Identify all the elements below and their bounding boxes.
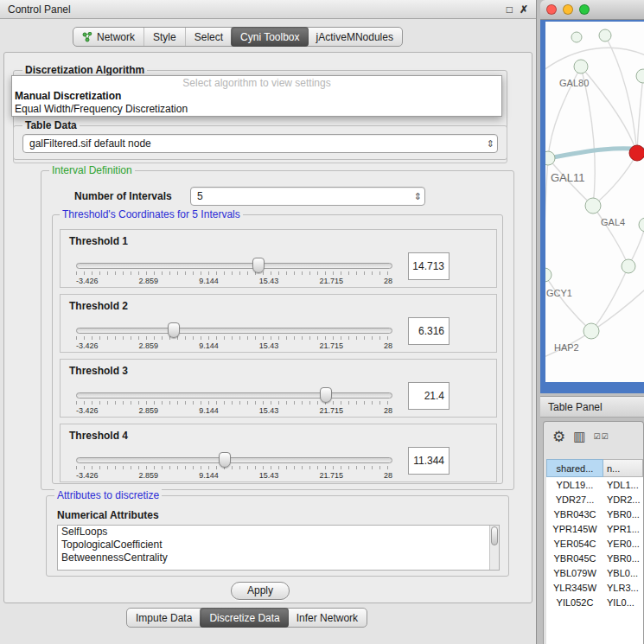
close-window-icon[interactable]: ✗	[520, 3, 528, 16]
attribute-item[interactable]: TopologicalCoefficient	[58, 539, 499, 552]
group-title: Threshold's Coordinates for 5 Intervals	[60, 208, 243, 220]
table-cell: YDL19...	[546, 480, 603, 490]
tab-select[interactable]: Select	[185, 28, 232, 46]
slider-track[interactable]	[76, 263, 392, 269]
table-row[interactable]: YDL19...YDL1...	[546, 477, 643, 492]
table-cell: YBL079W	[546, 568, 603, 578]
table-row[interactable]: YDR27...YDR2...	[546, 492, 643, 507]
scrollbar-thumb[interactable]	[491, 526, 498, 545]
threshold-slider[interactable]: -3.4262.8599.14415.4321.71528	[76, 328, 392, 350]
combo-arrows-icon: ⇕	[487, 135, 494, 152]
threshold-value-field[interactable]: 11.344	[408, 447, 450, 475]
table-cell: YPR145W	[546, 524, 603, 534]
network-node[interactable]	[622, 259, 635, 273]
float-window-icon[interactable]: □	[507, 3, 513, 16]
apply-button[interactable]: Apply	[231, 582, 290, 600]
attribute-item[interactable]: BetweennessCentrality	[58, 552, 499, 564]
tab-jactivemnodules[interactable]: jActiveMNodules	[308, 28, 402, 46]
table-row[interactable]: YLR345WYLR3...	[546, 580, 643, 595]
network-node-label: GAL11	[551, 171, 585, 184]
table-row[interactable]: YIL052CYIL0...	[546, 595, 643, 609]
attributes-scrollbar[interactable]	[489, 526, 499, 570]
table-cell: YIL052C	[546, 597, 603, 608]
attribute-item[interactable]: SelfLoops	[58, 526, 499, 539]
slider-thumb[interactable]	[219, 452, 231, 468]
algorithm-placeholder: Select algorithm to view settings	[12, 76, 501, 90]
column-header-shared-name[interactable]: shared...	[546, 459, 603, 477]
slider-scale-label: -3.426	[76, 341, 99, 350]
table-row[interactable]: YBR043CYBR0...	[546, 507, 643, 521]
column-header-name[interactable]: n...	[603, 459, 643, 477]
table-data-combobox[interactable]: galFiltered.sif default node ⇕	[22, 134, 498, 153]
threshold-slider[interactable]: -3.4262.8599.14415.4321.71528	[76, 263, 392, 285]
columns-icon[interactable]: ▥	[573, 429, 585, 444]
threshold-value-field[interactable]: 6.316	[408, 317, 450, 345]
network-node[interactable]	[599, 29, 611, 41]
table-row[interactable]: YBR045CYBR0...	[546, 551, 643, 565]
network-node[interactable]	[545, 268, 552, 282]
slider-thumb[interactable]	[252, 258, 265, 273]
slider-thumb[interactable]	[168, 322, 180, 338]
slider-track[interactable]	[76, 328, 392, 334]
slider-ticks	[76, 336, 392, 340]
slider-scale-label: 9.144	[199, 341, 219, 350]
slider-scale-label: -3.426	[76, 406, 99, 415]
network-node[interactable]	[639, 218, 644, 232]
tab-impute-data[interactable]: Impute Data	[127, 609, 201, 627]
group-title: Interval Definition	[49, 164, 135, 176]
slider-scale-label: 21.715	[319, 406, 343, 415]
network-node[interactable]	[629, 145, 644, 161]
threshold-slider[interactable]: -3.4262.8599.14415.4321.71528	[76, 457, 392, 480]
slider-track[interactable]	[76, 457, 392, 463]
threshold-value-field[interactable]: 14.713	[408, 252, 450, 280]
network-edge	[637, 76, 643, 153]
gear-icon[interactable]: ⚙	[552, 428, 565, 446]
group-title: Table Data	[22, 119, 80, 131]
network-node[interactable]	[636, 69, 644, 83]
tab-cyni-toolbox[interactable]: Cyni Toolbox	[231, 27, 308, 47]
threshold-label: Threshold 2	[69, 300, 128, 312]
network-node-label: GAL80	[559, 78, 589, 88]
slider-scale-label: 28	[384, 277, 392, 285]
network-canvas[interactable]: GAL80GAL11GAL4GCY1HAP2	[545, 22, 644, 382]
network-node[interactable]	[585, 198, 601, 214]
slider-track[interactable]	[76, 392, 392, 399]
network-edge	[545, 158, 548, 275]
number-of-intervals-combobox[interactable]: 5 ⇕	[190, 187, 425, 206]
tab-label: Infer Network	[296, 612, 358, 624]
tab-style[interactable]: Style	[143, 28, 185, 46]
table-row[interactable]: YBL079WYBL0...	[546, 565, 643, 580]
slider-thumb[interactable]	[320, 387, 332, 403]
network-node[interactable]	[545, 151, 555, 165]
network-icon	[82, 32, 92, 42]
network-window-frame: GAL80GAL11GAL4GCY1HAP2	[540, 20, 644, 393]
select-all-checkboxes-icon[interactable]: ☑☑	[593, 432, 609, 441]
threshold-value-field[interactable]: 21.4	[408, 382, 450, 410]
algorithm-dropdown-popup: Select algorithm to view settings Manual…	[11, 75, 502, 117]
tab-network[interactable]: Network	[73, 28, 143, 46]
threshold-slider[interactable]: -3.4262.8599.14415.4321.71528	[76, 392, 392, 415]
tab-label: Style	[153, 31, 176, 43]
tab-label: Network	[97, 31, 135, 43]
network-node[interactable]	[583, 323, 599, 339]
window-buttons: □ ✗	[507, 3, 528, 16]
table-row[interactable]: YPR145WYPR1...	[546, 521, 643, 536]
tab-infer-network[interactable]: Infer Network	[288, 609, 367, 627]
slider-ticks	[76, 401, 392, 405]
table-cell: YER0...	[603, 539, 643, 549]
table-cell: YLR3...	[603, 583, 643, 593]
numerical-attributes-list[interactable]: SelfLoopsTopologicalCoefficientBetweenne…	[57, 525, 500, 571]
control-panel-titlebar: Control Panel □ ✗	[0, 0, 536, 19]
algorithm-option-equal-width[interactable]: Equal Width/Frequency Discretization	[12, 103, 501, 116]
minimize-traffic-light[interactable]	[563, 4, 573, 15]
table-row[interactable]: YER054CYER0...	[546, 536, 643, 551]
algorithm-option-manual[interactable]: Manual Discretization	[12, 90, 501, 103]
slider-ticks	[76, 466, 392, 469]
network-node[interactable]	[571, 32, 582, 42]
network-node[interactable]	[574, 60, 588, 73]
close-traffic-light[interactable]	[546, 4, 557, 15]
table-panel-header: Table Panel	[540, 396, 644, 418]
zoom-traffic-light[interactable]	[579, 4, 590, 15]
tab-discretize-data[interactable]: Discretize Data	[200, 608, 288, 628]
network-edge	[545, 275, 591, 331]
